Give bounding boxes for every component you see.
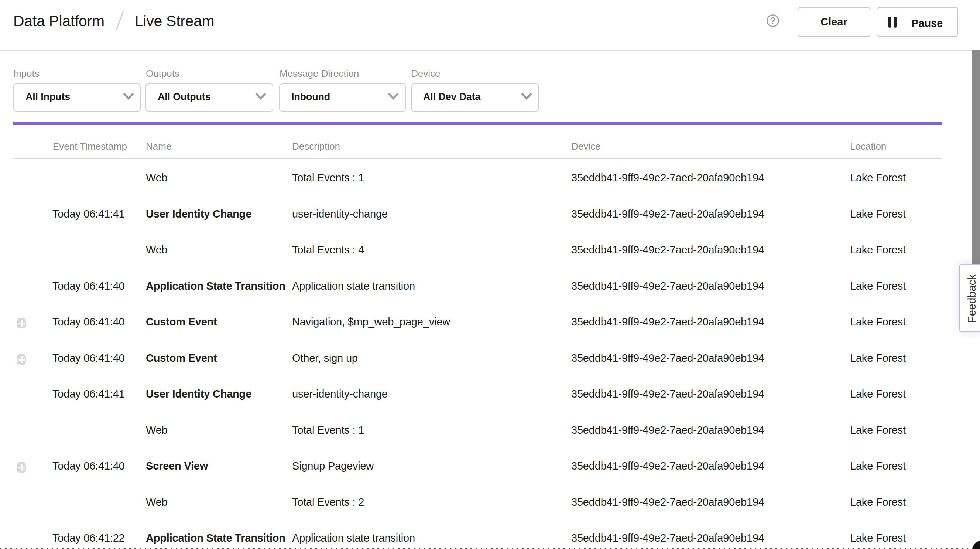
svg-text:?: ? (770, 16, 775, 26)
